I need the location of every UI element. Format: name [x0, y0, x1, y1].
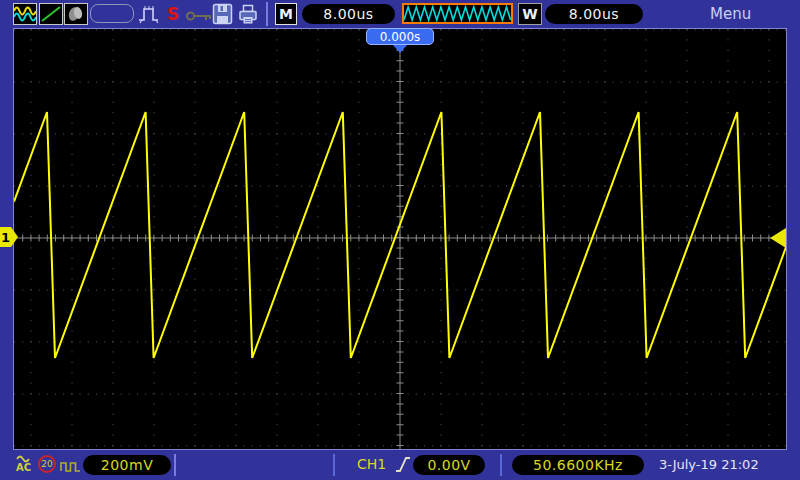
datetime-readout: 3-July-19 21:02: [659, 457, 759, 472]
svg-text:AC: AC: [16, 462, 31, 473]
zoom-window-wave-svg: [404, 5, 511, 22]
frequency-readout: 50.6600KHz: [512, 455, 644, 475]
waveform-display: [13, 28, 787, 450]
pulse-width-icon: [137, 3, 161, 25]
zoom-window-waveform-icon: [402, 3, 513, 24]
oscilloscope-screen: S M 8.00us: [0, 0, 800, 480]
trigger-level-marker-icon[interactable]: [770, 228, 786, 248]
graticule-svg: [14, 29, 786, 449]
thumbnail-icon: [64, 3, 88, 25]
bottombar-separator-2: [333, 454, 335, 476]
printer-icon: [237, 3, 259, 29]
trigger-slope-icon: [395, 454, 411, 478]
green-line-icon: [39, 3, 63, 25]
trigger-level-readout: 0.00V: [413, 455, 485, 475]
probe-attenuation-badge: 20: [38, 455, 56, 473]
trigger-position-badge[interactable]: 0.000s: [366, 28, 434, 45]
save-floppy-icon: [212, 3, 233, 29]
main-timebase-icon: M: [275, 3, 297, 25]
dual-sine-logo-icon: [13, 3, 37, 25]
key-lock-icon: [185, 8, 213, 27]
menu-button[interactable]: Menu: [710, 5, 751, 23]
trigger-source-label: CH1: [357, 456, 386, 472]
s-indicator: S: [167, 4, 179, 24]
empty-slot: [90, 4, 134, 23]
top-bar: S M 8.00us: [0, 0, 800, 28]
main-timebase-readout: 8.00us: [302, 4, 395, 24]
bottombar-separator-1: [174, 454, 176, 476]
topbar-separator: [266, 2, 268, 26]
vertical-scale-readout: 200mV: [83, 455, 171, 475]
coupling-ac-icon: AC: [13, 453, 35, 479]
window-timebase-readout: 8.00us: [545, 4, 643, 24]
squarewave-icon: [60, 458, 81, 477]
bottombar-separator-3: [500, 454, 502, 476]
trigger-position-arrow-icon: [393, 45, 407, 53]
bottom-bar: AC 20 200mV CH1 0.00V 50.6600KHz 3-July-…: [0, 450, 800, 480]
window-timebase-icon: W: [518, 3, 542, 25]
